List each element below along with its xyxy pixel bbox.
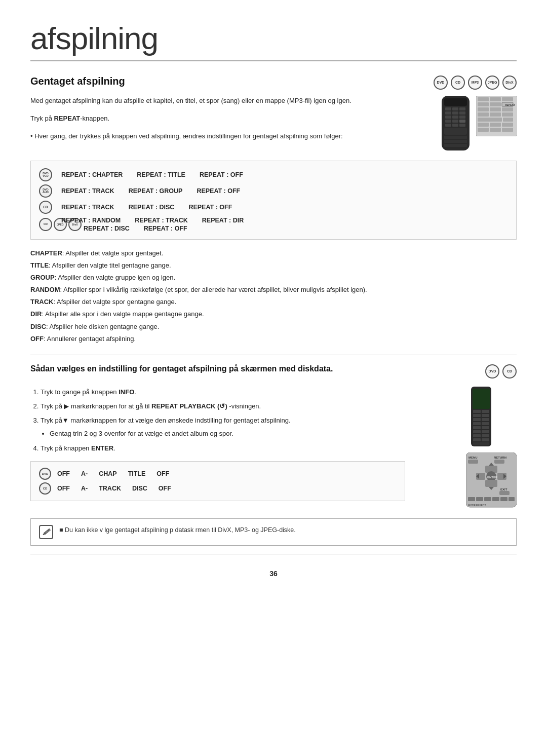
bottom-labels-cd: OFF A- TRACK DISC OFF [57,485,171,492]
svg-rect-44 [473,389,490,409]
tryk-line: Tryk på REPEAT-knappen. [30,114,415,124]
label-repeat-disc-1: REPEAT : DISC [129,204,175,211]
bullet-line: • Hver gang, der trykkes på knappen ved … [30,131,415,142]
divider-1 [30,355,517,355]
bottom-icon-dvd: DVD [39,468,57,480]
svg-rect-54 [482,426,489,429]
dvd-title: TITLE [128,470,146,477]
label-repeat-title: REPEAT : TITLE [137,171,185,178]
svg-rect-1 [444,98,467,106]
section2-content: Tryk to gange på knappen INFO. Tryk på ▶… [30,387,517,509]
bullet-text: Hver gang, der trykkes på knappen ved af… [34,132,342,140]
note-icon: 🖉 [39,525,53,539]
svg-rect-48 [482,414,489,417]
repeat-labels-2: REPEAT : TRACK REPEAT : GROUP REPEAT : O… [61,187,508,195]
svg-rect-38 [490,123,501,127]
svg-rect-16 [459,124,465,127]
svg-rect-82 [492,497,499,501]
repeat-row-4: CD JPEG DivX REPEAT : RANDOM REPEAT : TR… [39,217,508,232]
disc-icon-jpeg: JPEG [485,75,499,90]
svg-rect-75 [485,480,497,487]
section2-device-mockup [471,387,517,447]
dvd-a: A- [81,470,88,477]
svg-rect-81 [484,497,491,501]
bottom-table: DVD OFF A- CHAP TITLE OFF CD OFF A- [30,461,405,501]
svg-rect-51 [473,422,481,425]
svg-text:ENTER: ENTER [487,476,498,479]
nav-cross-mockup: MENU RETURN ENTER EXIT [466,452,517,508]
svg-rect-26 [490,102,501,106]
desc-disc: DISC: Afspiller hele disken gentagne gan… [30,321,517,332]
svg-rect-37 [478,123,489,127]
intro-area: Med gentaget afspilning kan du afspille … [30,96,517,152]
svg-rect-33 [490,112,501,117]
descriptions: CHAPTER: Afspiller det valgte spor genta… [30,248,517,345]
repeat-icon-cell-4: CD JPEG DivX [39,218,61,231]
dvd-off-1: OFF [57,470,70,477]
svg-rect-19 [444,140,467,143]
svg-rect-79 [468,497,475,501]
svg-rect-31 [502,107,513,111]
divider-2 [30,554,517,554]
repeat-labels-4-top: REPEAT : RANDOM REPEAT : TRACK REPEAT : … [61,217,508,224]
label-repeat-track-3: REPEAT : TRACK [135,217,188,224]
repeat-table: DVDVCD REPEAT : CHAPTER REPEAT : TITLE R… [30,161,517,240]
svg-rect-61 [473,442,489,445]
svg-rect-6 [452,111,458,115]
desc-off: OFF: Annullerer gentaget afspilning. [30,333,517,345]
repeat-icon-cell-1: DVDVCD [39,168,61,181]
svg-rect-22 [478,97,489,101]
section1-title: Gentaget afspilning [30,75,125,87]
disc-icon-mp3: MP3 [468,75,482,90]
remote-mockup [439,96,472,152]
svg-rect-56 [482,430,489,433]
svg-rect-59 [473,438,481,441]
disc-icons-row2: DVD CD [485,364,517,379]
panel-mockup: REPEAT [476,96,517,136]
cd-track: TRACK [99,485,121,492]
svg-rect-11 [445,120,451,123]
repeat-icon-cell-3: CD [39,201,61,214]
note-box: 🖉 ■ Du kan ikke v lge gentaget afspilnin… [30,518,517,546]
svg-rect-14 [445,124,451,127]
disc-icon-dvd-2: DVD [485,364,499,379]
svg-rect-83 [500,497,507,501]
cd-disc: DISC [132,485,147,492]
svg-rect-18 [444,136,467,139]
svg-rect-50 [482,418,489,421]
svg-rect-45 [473,410,481,413]
svg-rect-25 [478,102,489,106]
svg-rect-7 [459,111,465,115]
disc-icon-divx: DivX [502,75,517,90]
label-repeat-off-4: REPEAT : OFF [144,225,187,232]
svg-text:RETURN: RETURN [494,456,506,459]
section2-title: Sådan vælges en indstilling for gentaget… [30,363,333,374]
desc-dir: DIR: Afspiller alle spor i den valgte ma… [30,309,517,320]
steps: Tryk to gange på knappen INFO. Tryk på ▶… [30,387,405,453]
svg-rect-4 [459,107,465,110]
bottom-row-dvd: DVD OFF A- CHAP TITLE OFF [39,468,397,480]
svg-rect-23 [490,97,501,101]
repeat-labels-3: REPEAT : TRACK REPEAT : DISC REPEAT : OF… [61,204,508,211]
svg-rect-47 [473,414,481,417]
svg-rect-41 [490,128,501,132]
svg-text:REPEAT: REPEAT [505,103,515,106]
svg-rect-84 [509,497,515,501]
svg-rect-34 [502,112,513,117]
svg-rect-78 [499,491,510,495]
svg-text:EFFECT: EFFECT [476,504,486,507]
svg-rect-52 [482,422,489,425]
repeat-labels-1: REPEAT : CHAPTER REPEAT : TITLE REPEAT :… [61,171,508,178]
svg-text:MENU: MENU [468,456,478,459]
svg-rect-8 [445,116,451,119]
icon-dvd-vcd: DVDVCD [39,168,52,181]
svg-rect-35 [478,118,502,122]
label-repeat-off-1: REPEAT : OFF [200,171,243,178]
icon-cd-bottom: CD [39,482,51,495]
step-4: Tryk på knappen ENTER. [41,443,405,454]
label-repeat-dir: REPEAT : DIR [202,217,244,224]
label-repeat-track-2: REPEAT : TRACK [61,204,114,211]
svg-rect-2 [445,107,451,110]
repeat-labels-4-container: REPEAT : RANDOM REPEAT : TRACK REPEAT : … [61,217,508,232]
section2-right-images: MENU RETURN ENTER EXIT [415,387,517,509]
